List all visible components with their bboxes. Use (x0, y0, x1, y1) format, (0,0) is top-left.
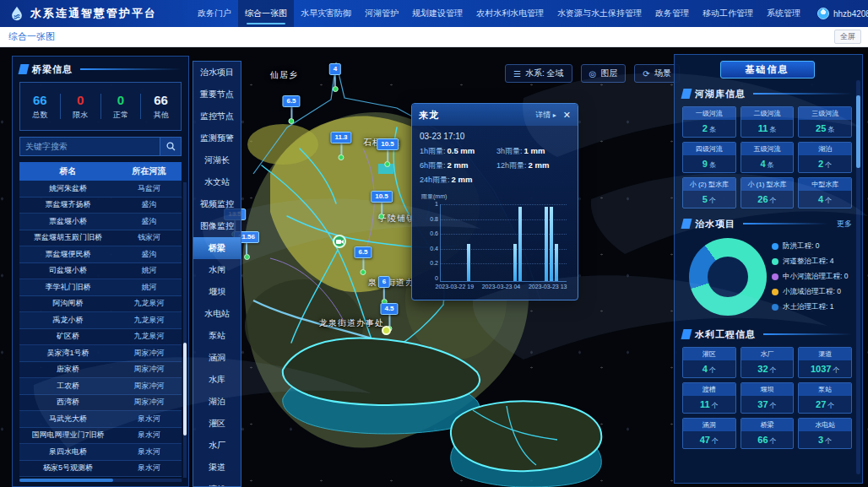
cell-river-name: 泉水河 (117, 446, 182, 457)
map-control[interactable]: ☰水系: 全域 (505, 64, 572, 83)
close-icon[interactable]: ✕ (563, 110, 571, 121)
map-control-icon: ⟳ (643, 69, 649, 78)
water-level-marker[interactable]: 6.5 (282, 91, 300, 124)
breadcrumb[interactable]: 综合一张图 (0, 30, 55, 43)
table-row[interactable]: 唐家桥周家冲河 (19, 362, 182, 379)
marker-stem (246, 243, 247, 254)
water-level-marker[interactable]: 10.5 (377, 134, 399, 167)
water-level-marker[interactable]: 4 (329, 59, 341, 92)
nav-item[interactable]: 政务管理 (648, 0, 696, 27)
layer-item[interactable]: 水库 (193, 369, 241, 391)
nav-item[interactable]: 移动工作管理 (696, 0, 760, 27)
layer-item[interactable]: 灌区 (193, 413, 241, 435)
detail-link[interactable]: 详情 ▸ (535, 110, 556, 121)
table-row[interactable]: 阿沟闸桥九龙泉河 (19, 296, 182, 313)
marker-pin-icon (384, 161, 390, 167)
main-area: ☰水系: 全域◎图层⟳场景 仙居乡石桥铺镇子陵铺镇泉口街道办龙泉街道办事处46.… (0, 47, 868, 487)
chart-x-labels: 2023-03-22 192023-03-23 042023-03-23 13 (440, 284, 567, 293)
logo-wrap: 水系连通智慧管护平台 (0, 5, 169, 22)
table-row[interactable]: 司盆堰小桥姚河 (19, 263, 182, 280)
water-level-marker[interactable]: 10.5 (371, 187, 393, 219)
nav-item[interactable]: 综合一张图 (238, 0, 294, 27)
camera-marker-icon[interactable] (333, 235, 346, 248)
layer-item[interactable]: 水文站 (193, 171, 241, 193)
layer-item[interactable]: 泵站 (193, 325, 241, 347)
table-row[interactable]: 泉四水电桥泉水河 (19, 444, 182, 461)
nav-item[interactable]: 水资源与水土保持管理 (551, 0, 648, 27)
info-card: 泵站27个 (798, 382, 852, 414)
fullscreen-button[interactable]: 全屏 (834, 30, 861, 44)
table-row[interactable]: 西湾桥周家冲河 (19, 395, 182, 412)
nav-item[interactable]: 水旱灾害防御 (294, 0, 358, 27)
info-card-unit: 个 (712, 437, 719, 445)
table-row[interactable]: 李学礼门旧桥姚河 (19, 279, 182, 296)
layer-item[interactable]: 水电站 (193, 303, 241, 325)
layer-item[interactable]: 河湖长 (193, 149, 241, 171)
table-row[interactable]: 国网电网理业门7旧桥泉水河 (19, 428, 182, 445)
layer-item[interactable]: 监控节点 (193, 106, 241, 127)
layer-item[interactable]: 堰坝 (193, 281, 241, 303)
table-row[interactable]: 吴家湾1号桥周家冲河 (19, 345, 182, 362)
info-card-label: 水电站 (799, 419, 851, 431)
water-level-marker[interactable]: 11.3 (330, 127, 351, 160)
info-card-value: 2条 (683, 120, 735, 137)
map-control-label: 水系: 全域 (525, 68, 564, 79)
vertical-scrollbar[interactable] (183, 182, 187, 478)
nav-item[interactable]: 河湖管护 (358, 0, 405, 27)
info-card-label: 泵站 (799, 383, 851, 396)
table-row[interactable]: 工农桥周家冲河 (19, 378, 182, 395)
info-card-unit: 条 (769, 126, 776, 133)
table-row[interactable]: 杨家5号观测桥泉水河 (19, 461, 182, 478)
layer-item[interactable]: 渡槽 (193, 479, 241, 487)
table-row[interactable]: 矿区桥九龙泉河 (19, 329, 182, 346)
table-row[interactable]: 票盆堰小桥盛沟 (19, 214, 182, 230)
layer-item[interactable]: 治水项目 (193, 62, 241, 84)
layer-item[interactable]: 涵洞 (193, 347, 241, 369)
cell-bridge-name: 李学礼门旧桥 (19, 282, 117, 293)
basic-info-tab[interactable]: 基础信息 (720, 61, 815, 78)
cell-bridge-name: 西湾桥 (19, 397, 117, 408)
nav-item[interactable]: 政务门户 (191, 0, 238, 27)
search-button[interactable] (160, 137, 182, 156)
nav-item[interactable]: 系统管理 (760, 0, 807, 27)
user-chip[interactable]: hhzb42080261 ▾ (807, 8, 868, 19)
water-level-marker[interactable]: 6.5 (354, 242, 372, 275)
projects-more-link[interactable]: 更多 (837, 219, 852, 230)
search-input[interactable] (19, 137, 160, 156)
marker-stem (334, 75, 336, 86)
poi-marker-icon[interactable] (382, 326, 391, 335)
info-card: 桥梁66个 (741, 418, 795, 449)
table-row[interactable]: 票盆堰齐扬桥盛沟 (19, 198, 182, 214)
cell-bridge-name: 国网电网理业门7旧桥 (19, 430, 117, 441)
nav-item[interactable]: 农村水利水电管理 (469, 0, 551, 27)
col-bridge-name: 桥名 (19, 165, 117, 177)
layer-item[interactable]: 湖泊 (193, 391, 241, 413)
info-card-label: 水厂 (741, 348, 794, 360)
layer-item[interactable]: 水闸 (193, 259, 241, 281)
cell-river-name: 泉水河 (117, 430, 182, 441)
layer-item[interactable]: 图像监控 (193, 215, 241, 237)
horizontal-scrollbar[interactable] (19, 479, 182, 482)
nav-item[interactable]: 规划建设管理 (405, 0, 469, 27)
table-row[interactable]: 禹龙小桥九龙泉河 (19, 312, 182, 329)
stat-label: 其他 (141, 110, 181, 121)
info-card-value: 25条 (799, 120, 851, 137)
layer-item[interactable]: 视频监控 (193, 193, 241, 215)
section-accent-line (743, 223, 827, 225)
section-accent-icon (681, 89, 692, 99)
table-row[interactable]: 票盆堰便民桥盛沟 (19, 246, 182, 263)
map-control[interactable]: ⟳场景 (634, 64, 679, 83)
table-row[interactable]: 马武光大桥泉水河 (19, 411, 182, 428)
map-control[interactable]: ◎图层 (581, 64, 627, 83)
layer-item[interactable]: 重要节点 (193, 84, 241, 106)
right-panel-scrollbar[interactable] (856, 80, 860, 474)
layer-item[interactable]: 监测预警 (193, 127, 241, 149)
info-card-unit: 个 (770, 437, 777, 445)
layer-item[interactable]: 桥梁 (193, 237, 241, 259)
table-row[interactable]: 姚河朱盆桥马盆河 (19, 181, 182, 198)
cell-river-name: 钱家河 (117, 232, 182, 243)
bridge-table: 桥名 所在河流 姚河朱盆桥马盆河票盆堰齐扬桥盛沟票盆堰小桥盛沟票盆堰胡玉殿门旧桥… (19, 162, 182, 482)
layer-item[interactable]: 渠道 (193, 457, 241, 479)
table-row[interactable]: 票盆堰胡玉殿门旧桥钱家河 (19, 230, 182, 247)
layer-item[interactable]: 水厂 (193, 435, 241, 457)
